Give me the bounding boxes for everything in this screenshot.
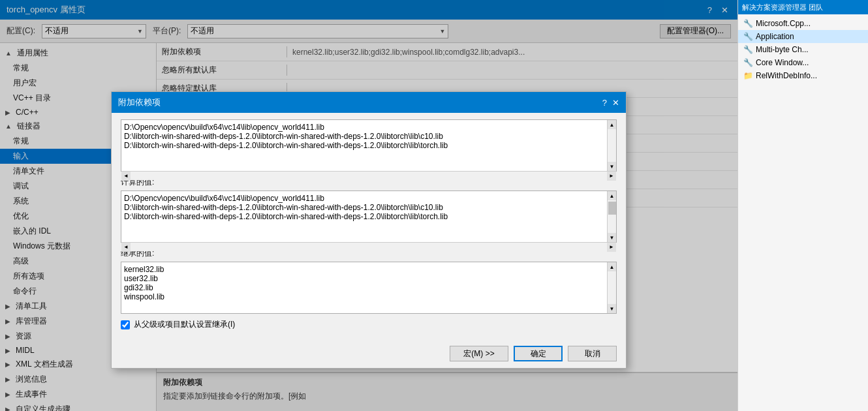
right-panel-item-4[interactable]: 📁 RelWithDebInfo... bbox=[738, 69, 868, 82]
additional-deps-dialog: 附加依赖项 ? ✕ D:\Opencv\opencv\build\x64\vc1… bbox=[111, 91, 627, 369]
right-panel-item-3[interactable]: 🔧 Core Window... bbox=[738, 56, 868, 69]
wrench-icon-2: 🔧 bbox=[743, 45, 753, 54]
inherit-checkbox-label[interactable]: 从父级或项目默认设置继承(I) bbox=[134, 319, 235, 330]
input-scrollbar-v[interactable]: ▲ ▼ bbox=[607, 120, 616, 171]
right-panel-item-0[interactable]: 🔧 Microsoft.Cpp... bbox=[738, 17, 868, 30]
right-panel-items: 🔧 Microsoft.Cpp... 🔧 Application 🔧 Multi… bbox=[738, 14, 868, 85]
wrench-icon-1: 🔧 bbox=[743, 32, 753, 41]
inherited-section: 继承的值: kernel32.lib user32.lib gdi32.lib … bbox=[121, 248, 617, 314]
input-textarea-container: D:\Opencv\opencv\build\x64\vc14\lib\open… bbox=[121, 119, 617, 172]
computed-display: D:\Opencv\opencv\build\x64\vc14\lib\open… bbox=[121, 191, 607, 242]
scroll-down-btn-2[interactable]: ▼ bbox=[608, 233, 616, 242]
scroll-thumb-2 bbox=[608, 202, 616, 215]
right-panel-header: 解决方案资源管理器 团队 bbox=[738, 0, 868, 14]
right-panel-item-2[interactable]: 🔧 Multi-byte Ch... bbox=[738, 43, 868, 56]
scroll-down-btn-1[interactable]: ▼ bbox=[608, 162, 616, 171]
scroll-right-btn-1[interactable]: ► bbox=[607, 172, 616, 181]
scroll-left-btn-2[interactable]: ◄ bbox=[121, 243, 131, 252]
modal-overlay: 附加依赖项 ? ✕ D:\Opencv\opencv\build\x64\vc1… bbox=[0, 0, 737, 411]
scroll-left-btn-1[interactable]: ◄ bbox=[121, 172, 131, 181]
scroll-up-btn-1[interactable]: ▲ bbox=[608, 120, 616, 129]
dialog-titlebar: 附加依赖项 ? ✕ bbox=[112, 92, 626, 113]
cancel-button[interactable]: 取消 bbox=[568, 346, 617, 361]
wrench-icon-0: 🔧 bbox=[743, 19, 753, 28]
scroll-up-btn-2[interactable]: ▲ bbox=[608, 191, 616, 200]
checkbox-row: 从父级或项目默认设置继承(I) bbox=[121, 319, 617, 330]
inherit-checkbox[interactable] bbox=[121, 320, 130, 329]
scroll-right-btn-2[interactable]: ► bbox=[607, 243, 616, 252]
scroll-up-btn-3[interactable]: ▲ bbox=[608, 262, 616, 271]
computed-section: 计算的值: D:\Opencv\opencv\build\x64\vc14\li… bbox=[121, 177, 617, 243]
inherited-scrollbar-v[interactable]: ▲ ▼ bbox=[607, 262, 616, 313]
dialog-close-btn[interactable]: ✕ bbox=[612, 98, 619, 108]
scroll-down-btn-3[interactable]: ▼ bbox=[608, 304, 616, 313]
dialog-body: D:\Opencv\opencv\build\x64\vc14\lib\open… bbox=[112, 113, 626, 342]
folder-icon: 📁 bbox=[743, 71, 753, 80]
dialog-footer: 宏(M) >> 确定 取消 bbox=[112, 342, 626, 368]
computed-scrollbar-h[interactable]: ◄ ► bbox=[121, 242, 616, 251]
ok-button[interactable]: 确定 bbox=[514, 346, 563, 361]
computed-scrollbar-v[interactable]: ▲ ▼ bbox=[607, 191, 616, 242]
dialog-help-btn[interactable]: ? bbox=[602, 98, 607, 108]
input-scrollbar-h[interactable]: ◄ ► bbox=[121, 171, 616, 180]
dialog-title: 附加依赖项 bbox=[118, 97, 161, 108]
right-panel-item-1[interactable]: 🔧 Application bbox=[738, 30, 868, 43]
input-section: D:\Opencv\opencv\build\x64\vc14\lib\open… bbox=[121, 119, 617, 172]
macro-button[interactable]: 宏(M) >> bbox=[450, 346, 508, 361]
computed-textarea-container: D:\Opencv\opencv\build\x64\vc14\lib\open… bbox=[121, 190, 617, 243]
inherited-textarea-container: kernel32.lib user32.lib gdi32.lib winspo… bbox=[121, 262, 617, 314]
inherited-display: kernel32.lib user32.lib gdi32.lib winspo… bbox=[121, 262, 607, 313]
wrench-icon-3: 🔧 bbox=[743, 58, 753, 67]
input-textarea[interactable]: D:\Opencv\opencv\build\x64\vc14\lib\open… bbox=[121, 120, 607, 171]
